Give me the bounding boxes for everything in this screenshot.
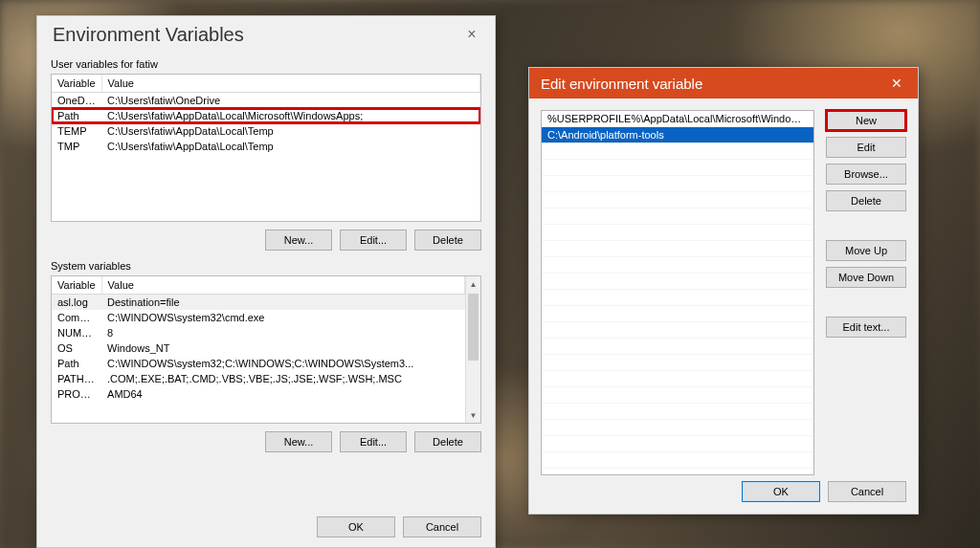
cell-value: C:\WINDOWS\system32\cmd.exe [101,310,464,325]
edit-side-buttons: New Edit Browse... Delete Move Up Move D… [826,110,906,338]
table-row[interactable]: OSWindows_NT [52,340,465,356]
edit-dialog-footer: OK Cancel [742,481,906,502]
env-dialog-footer: OK Cancel [317,516,481,537]
list-item[interactable]: C:\Android\platform-tools [542,127,813,143]
col-value[interactable]: Value [101,276,464,295]
table-row[interactable]: PathC:\WINDOWS\system32;C:\WINDOWS;C:\WI… [52,356,465,371]
cell-variable: NUMBER_OF_PROCESSORS [52,325,101,340]
cell-variable: TEMP [52,123,101,139]
system-variables-label: System variables [51,260,481,272]
cell-variable: Path [52,356,101,371]
cell-value: C:\WINDOWS\system32;C:\WINDOWS;C:\WINDOW… [101,356,464,371]
table-row[interactable]: NUMBER_OF_PROCESSORS8 [52,325,465,340]
cell-variable: Path [52,108,101,123]
cell-value: 8 [101,325,464,340]
table-row[interactable]: PROCESSOR_ARCHITECTU...AMD64 [52,386,465,402]
close-icon[interactable]: ✕ [883,76,910,91]
user-variables-table[interactable]: Variable Value OneDriveC:\Users\fatiw\On… [52,75,480,154]
col-value[interactable]: Value [101,75,479,93]
edit-movedown-button[interactable]: Move Down [826,267,906,288]
env-titlebar: Environment Variables × [37,16,495,53]
edit-title: Edit environment variable [541,76,702,92]
edit-environment-variable-dialog: Edit environment variable ✕ %USERPROFILE… [528,67,919,515]
scroll-up-icon[interactable]: ▲ [466,276,480,292]
user-vars-buttons: New... Edit... Delete [51,230,481,251]
env-title: Environment Variables [53,24,244,46]
edit-cancel-button[interactable]: Cancel [828,481,906,502]
cell-value: Destination=file [101,295,464,311]
env-ok-button[interactable]: OK [317,516,395,537]
cell-variable: asl.log [52,295,101,311]
edit-ok-button[interactable]: OK [742,481,820,502]
user-variables-table-wrap: Variable Value OneDriveC:\Users\fatiw\On… [51,74,481,222]
cell-variable: TMP [52,139,101,154]
user-edit-button[interactable]: Edit... [340,230,407,251]
list-item[interactable]: %USERPROFILE%\AppData\Local\Microsoft\Wi… [542,111,813,127]
table-row[interactable]: TEMPC:\Users\fatiw\AppData\Local\Temp [52,123,480,139]
cell-value: C:\Users\fatiw\OneDrive [101,93,479,109]
cell-value: AMD64 [101,386,464,402]
sys-new-button[interactable]: New... [265,431,332,452]
system-variables-table[interactable]: Variable Value asl.logDestination=fileCo… [52,276,465,402]
col-variable[interactable]: Variable [52,75,101,93]
scroll-thumb[interactable] [468,294,479,361]
edit-dialog-body: %USERPROFILE%\AppData\Local\Microsoft\Wi… [529,99,918,514]
system-variables-table-wrap: Variable Value asl.logDestination=fileCo… [51,275,481,424]
table-row[interactable]: ComSpecC:\WINDOWS\system32\cmd.exe [52,310,465,325]
edit-titlebar: Edit environment variable ✕ [529,68,918,99]
cell-value: Windows_NT [101,340,464,356]
cell-variable: PROCESSOR_ARCHITECTU... [52,386,101,402]
table-row[interactable]: PathC:\Users\fatiw\AppData\Local\Microso… [52,108,480,123]
cell-value: C:\Users\fatiw\AppData\Local\Temp [101,123,479,139]
edit-edittext-button[interactable]: Edit text... [826,317,906,338]
table-row[interactable]: TMPC:\Users\fatiw\AppData\Local\Temp [52,139,480,154]
cell-value: C:\Users\fatiw\AppData\Local\Temp [101,139,479,154]
table-row[interactable]: OneDriveC:\Users\fatiw\OneDrive [52,93,480,109]
edit-browse-button[interactable]: Browse... [826,164,906,185]
user-variables-label: User variables for fatiw [51,58,481,70]
sys-edit-button[interactable]: Edit... [340,431,407,452]
path-list[interactable]: %USERPROFILE%\AppData\Local\Microsoft\Wi… [541,110,814,475]
cell-value: C:\Users\fatiw\AppData\Local\Microsoft\W… [101,108,479,123]
system-vars-buttons: New... Edit... Delete [51,431,481,452]
system-vars-scrollbar[interactable]: ▲ ▼ [465,276,480,423]
environment-variables-dialog: Environment Variables × User variables f… [36,15,496,548]
edit-new-button[interactable]: New [826,110,906,131]
system-variables-group: System variables Variable Value asl.logD… [51,260,481,452]
cell-variable: ComSpec [52,310,101,325]
col-variable[interactable]: Variable [52,276,101,295]
table-row[interactable]: asl.logDestination=file [52,295,465,311]
cell-variable: OS [52,340,101,356]
close-icon[interactable]: × [458,26,485,43]
cell-variable: PATHEXT [52,371,101,386]
cell-value: .COM;.EXE;.BAT;.CMD;.VBS;.VBE;.JS;.JSE;.… [101,371,464,386]
edit-moveup-button[interactable]: Move Up [826,240,906,261]
scroll-down-icon[interactable]: ▼ [466,407,480,423]
table-row[interactable]: PATHEXT.COM;.EXE;.BAT;.CMD;.VBS;.VBE;.JS… [52,371,465,386]
edit-delete-button[interactable]: Delete [826,190,906,211]
user-variables-group: User variables for fatiw Variable Value … [51,58,481,251]
cell-variable: OneDrive [52,93,101,109]
sys-delete-button[interactable]: Delete [414,431,481,452]
path-list-grid [542,143,813,474]
user-new-button[interactable]: New... [265,230,332,251]
edit-edit-button[interactable]: Edit [826,137,906,158]
user-delete-button[interactable]: Delete [414,230,481,251]
env-cancel-button[interactable]: Cancel [403,516,481,537]
